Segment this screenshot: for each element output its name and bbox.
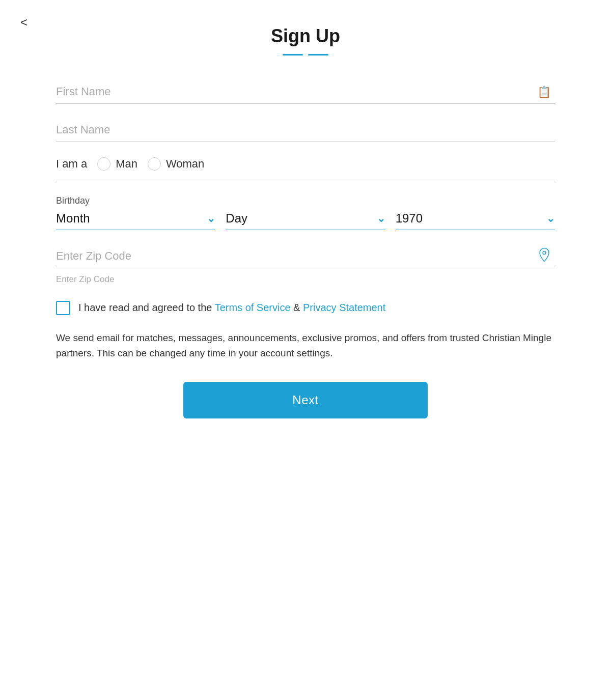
birthday-month-dropdown[interactable]: Month ⌄: [56, 211, 215, 230]
gender-man-label: Man: [116, 157, 137, 171]
last-name-field: [56, 119, 555, 142]
page-container: < Sign Up 📋 I am a Man Woman: [0, 0, 611, 700]
zip-hint: Enter Zip Code: [56, 272, 555, 295]
terms-checkbox[interactable]: [56, 301, 70, 315]
page-header: Sign Up: [56, 15, 555, 55]
gender-woman-option[interactable]: Woman: [148, 157, 204, 171]
privacy-statement-link[interactable]: Privacy Statement: [303, 302, 385, 313]
gender-man-option[interactable]: Man: [97, 157, 137, 171]
back-button[interactable]: <: [20, 16, 27, 29]
birthday-day-dropdown[interactable]: Day ⌄: [226, 211, 385, 230]
person-card-icon: 📋: [537, 86, 551, 99]
last-name-input[interactable]: [56, 119, 555, 136]
gender-row: I am a Man Woman: [56, 157, 555, 180]
birthday-month-inner: Month ⌄: [56, 211, 215, 226]
birthday-day-value: Day: [226, 211, 247, 226]
location-pin-icon: [538, 247, 551, 266]
page-title: Sign Up: [56, 25, 555, 47]
zip-input-row: [56, 245, 555, 268]
next-button[interactable]: Next: [183, 382, 428, 418]
first-name-input[interactable]: [56, 81, 555, 98]
birthday-section: Birthday Month ⌄ Day ⌄: [56, 195, 555, 230]
month-chevron-icon: ⌄: [207, 212, 215, 225]
terms-row: I have read and agreed to the Terms of S…: [56, 300, 555, 315]
underline-right: [308, 54, 328, 55]
year-chevron-icon: ⌄: [546, 212, 555, 225]
birthday-year-inner: 1970 ⌄: [396, 211, 555, 226]
birthday-label: Birthday: [56, 195, 555, 206]
terms-ampersand: &: [291, 302, 303, 313]
zip-input[interactable]: [56, 245, 555, 263]
radio-woman[interactable]: [148, 157, 161, 171]
terms-prefix: I have read and agreed to the: [78, 302, 215, 313]
gender-woman-label: Woman: [166, 157, 204, 171]
birthday-day-inner: Day ⌄: [226, 211, 385, 226]
terms-of-service-link[interactable]: Terms of Service: [215, 302, 291, 313]
signup-form: 📋 I am a Man Woman Birthday: [56, 81, 555, 418]
birthday-year-value: 1970: [396, 211, 423, 226]
gender-prefix-label: I am a: [56, 157, 87, 171]
birthday-month-value: Month: [56, 211, 90, 226]
underline-left: [283, 54, 303, 55]
email-notice: We send email for matches, messages, ann…: [56, 330, 555, 361]
radio-man[interactable]: [97, 157, 110, 171]
terms-text: I have read and agreed to the Terms of S…: [78, 300, 385, 315]
header-underline: [56, 54, 555, 55]
birthday-dropdowns: Month ⌄ Day ⌄ 1970 ⌄: [56, 211, 555, 230]
first-name-field: 📋: [56, 81, 555, 104]
birthday-year-dropdown[interactable]: 1970 ⌄: [396, 211, 555, 230]
day-chevron-icon: ⌄: [377, 212, 385, 225]
zip-section: Enter Zip Code: [56, 245, 555, 295]
